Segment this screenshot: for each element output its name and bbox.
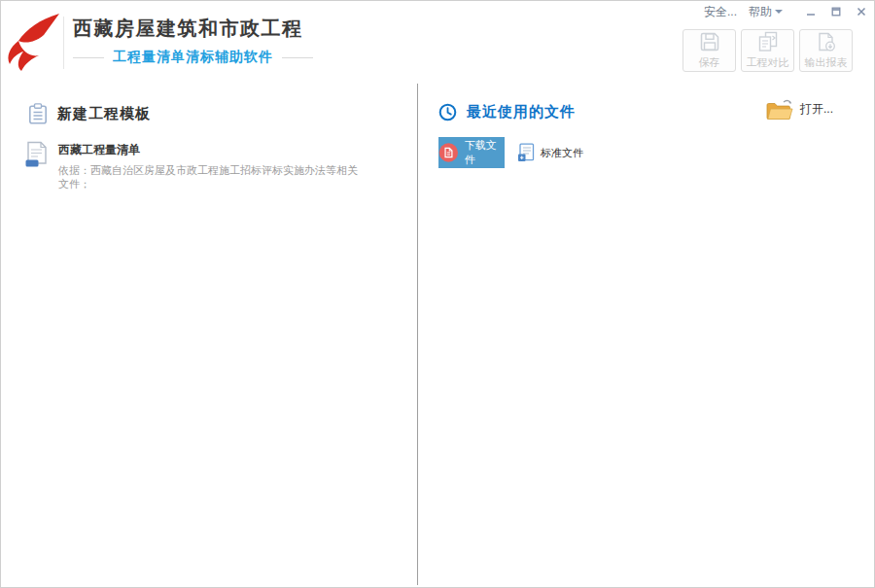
open-file-button[interactable]: 打开... <box>766 98 833 121</box>
save-button[interactable]: 保存 <box>682 29 736 72</box>
tab-standard-files[interactable]: 标准文件 <box>517 143 583 162</box>
output-report-label: 输出报表 <box>805 55 848 70</box>
window-controls <box>798 2 874 21</box>
output-report-button[interactable]: 输出报表 <box>799 29 853 72</box>
app-logo-icon <box>5 12 61 72</box>
new-template-panel: 新建工程模板 西藏工程量清单 依据：西藏自治区房屋及市政工程施工招标评标实施办法… <box>1 84 417 587</box>
template-doc-icon <box>24 141 50 168</box>
menu-security-label: 安全... <box>704 4 737 20</box>
open-file-label: 打开... <box>800 101 833 118</box>
save-floppy-icon <box>699 31 720 52</box>
toolbar: 保存 工程对比 输出报表 <box>682 29 853 72</box>
chevron-down-icon <box>775 10 783 15</box>
template-item-tibet-boq[interactable]: 西藏工程量清单 依据：西藏自治区房屋及市政工程施工招标评标实施办法等相关文件； <box>24 141 417 191</box>
new-template-header: 新建工程模板 <box>28 103 417 124</box>
menu-help-label: 帮助 <box>749 4 772 20</box>
close-icon <box>857 7 866 17</box>
subtitle-line-right <box>282 57 313 58</box>
tab-downloaded-label: 下载文件 <box>465 138 505 167</box>
new-template-title: 新建工程模板 <box>57 105 151 123</box>
open-folder-icon <box>766 98 793 121</box>
recent-files-panel: 最近使用的文件 打开... <box>418 84 874 587</box>
template-description: 依据：西藏自治区房屋及市政工程施工招标评标实施办法等相关文件； <box>58 163 360 191</box>
template-text: 西藏工程量清单 依据：西藏自治区房屋及市政工程施工招标评标实施办法等相关文件； <box>58 141 360 191</box>
recent-file-tabs: 下载文件 标准文件 <box>438 137 583 168</box>
close-button[interactable] <box>849 2 874 21</box>
menu-help[interactable]: 帮助 <box>743 2 788 22</box>
tab-downloaded-files[interactable]: 下载文件 <box>438 137 505 168</box>
app-subtitle-text: 工程量清单清标辅助软件 <box>113 49 273 66</box>
project-compare-button[interactable]: 工程对比 <box>741 29 794 72</box>
titlebar: 安全... 帮助 <box>698 1 874 22</box>
app-subtitle: 工程量清单清标辅助软件 <box>73 49 313 66</box>
maximize-icon <box>831 7 841 17</box>
menu-security[interactable]: 安全... <box>698 2 743 22</box>
main-content: 新建工程模板 西藏工程量清单 依据：西藏自治区房屋及市政工程施工招标评标实施办法… <box>1 84 874 587</box>
downloaded-file-icon <box>438 142 459 163</box>
app-window: 安全... 帮助 西藏房屋建筑和市政工程 <box>0 0 875 588</box>
clipboard-icon <box>28 103 48 124</box>
logo-divider <box>63 17 64 69</box>
project-compare-label: 工程对比 <box>747 55 789 70</box>
template-name: 西藏工程量清单 <box>58 142 360 158</box>
compare-doc-icon <box>757 31 779 52</box>
standard-file-icon <box>517 143 535 162</box>
minimize-icon <box>806 7 816 17</box>
title-block: 西藏房屋建筑和市政工程 工程量清单清标辅助软件 <box>73 16 313 66</box>
app-title: 西藏房屋建筑和市政工程 <box>73 16 313 42</box>
minimize-button[interactable] <box>798 2 823 21</box>
maximize-button[interactable] <box>823 2 849 21</box>
save-label: 保存 <box>699 55 720 70</box>
tab-standard-label: 标准文件 <box>541 146 583 160</box>
subtitle-line-left <box>73 57 104 58</box>
clock-icon <box>438 103 457 121</box>
export-report-icon <box>816 31 837 52</box>
recent-files-title: 最近使用的文件 <box>467 103 576 121</box>
